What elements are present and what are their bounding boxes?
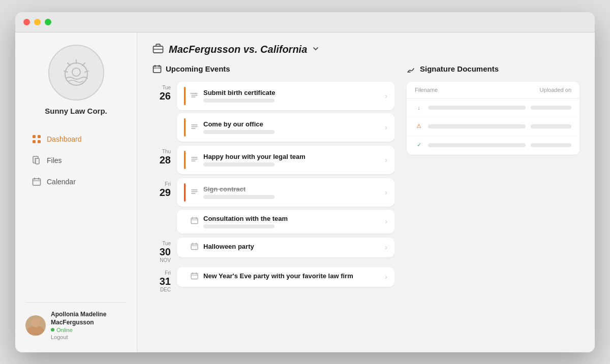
task-icon bbox=[191, 188, 198, 197]
event-subtitle-bar bbox=[203, 98, 274, 103]
svg-rect-13 bbox=[33, 179, 41, 185]
svg-rect-9 bbox=[33, 140, 36, 143]
task-icon bbox=[191, 91, 198, 101]
app-body: Sunny Law Corp. Dashboard bbox=[15, 32, 595, 352]
close-button[interactable] bbox=[23, 19, 30, 25]
sidebar-item-files[interactable]: Files bbox=[25, 151, 127, 170]
event-content: Consultation with the team bbox=[203, 215, 380, 228]
events-title: Upcoming Events bbox=[166, 64, 230, 73]
svg-rect-22 bbox=[154, 66, 161, 73]
doc-row-1[interactable]: ↓ bbox=[407, 98, 580, 117]
docs-table: Filename Uploaded on ↓ ⚠ bbox=[407, 82, 580, 155]
calendar-small-icon bbox=[191, 217, 198, 226]
chevron-right-icon: › bbox=[385, 243, 387, 251]
event-subtitle-bar bbox=[203, 130, 274, 134]
docs-table-header: Filename Uploaded on bbox=[407, 82, 580, 98]
files-icon bbox=[32, 155, 42, 166]
content-grid: Upcoming Events Tue 26 bbox=[137, 64, 595, 352]
docs-section: Signature Documents Filename Uploaded on… bbox=[407, 64, 580, 342]
svg-point-6 bbox=[72, 68, 80, 76]
logout-link[interactable]: Logout bbox=[51, 334, 127, 340]
logo-circle bbox=[48, 45, 104, 101]
events-header: Upcoming Events bbox=[152, 64, 394, 74]
sidebar-item-calendar[interactable]: Calendar bbox=[25, 172, 127, 191]
doc-name-bar bbox=[428, 124, 526, 128]
app-window: Sunny Law Corp. Dashboard bbox=[15, 12, 595, 352]
event-cards-31: New Year's Eve party with your favorite … bbox=[177, 267, 394, 292]
event-group-28: Thu 28 bbox=[152, 146, 394, 174]
sidebar-footer: Apollonia Madeline MacFergusson Online L… bbox=[25, 302, 127, 340]
event-bar bbox=[184, 87, 186, 105]
event-title: Submit birth certificate bbox=[203, 89, 380, 96]
event-date-28: Thu 28 bbox=[152, 146, 171, 174]
briefcase-icon bbox=[152, 43, 164, 56]
event-cards-28: Happy hour with your legal team › bbox=[177, 146, 394, 174]
dashboard-icon bbox=[32, 134, 42, 144]
maximize-button[interactable] bbox=[45, 19, 51, 25]
case-dropdown-icon[interactable] bbox=[312, 45, 319, 54]
chevron-right-icon: › bbox=[385, 156, 387, 164]
user-name: Apollonia Madeline MacFergusson bbox=[51, 311, 127, 326]
event-subtitle-bar bbox=[203, 195, 274, 199]
event-card-sign-contract[interactable]: Sign contract › bbox=[177, 178, 394, 207]
status-dot bbox=[51, 328, 54, 332]
warning-icon: ⚠ bbox=[415, 122, 423, 130]
event-bar bbox=[184, 151, 186, 169]
dashboard-label: Dashboard bbox=[47, 135, 82, 143]
event-card-come-office[interactable]: Come by our office › bbox=[177, 113, 394, 142]
title-bar bbox=[15, 12, 595, 32]
doc-row-2[interactable]: ⚠ bbox=[407, 117, 580, 136]
chevron-right-icon: › bbox=[385, 217, 387, 225]
chevron-right-icon: › bbox=[385, 273, 387, 281]
doc-row-3[interactable]: ✓ bbox=[407, 136, 580, 155]
event-date-29: Fri 29 bbox=[152, 178, 171, 234]
event-bar bbox=[184, 118, 186, 137]
doc-date-bar bbox=[531, 124, 571, 128]
event-title: Sign contract bbox=[203, 185, 380, 193]
svg-point-18 bbox=[31, 318, 40, 327]
event-title: Happy hour with your legal team bbox=[203, 153, 380, 160]
signature-icon bbox=[407, 64, 416, 74]
doc-name-bar bbox=[428, 143, 526, 147]
chevron-right-icon: › bbox=[385, 92, 387, 100]
sidebar-logo: Sunny Law Corp. bbox=[25, 45, 127, 115]
event-card-submit-birth[interactable]: Submit birth certificate › bbox=[177, 82, 394, 110]
event-title: Halloween party bbox=[203, 243, 380, 250]
sidebar-item-dashboard[interactable]: Dashboard bbox=[25, 129, 127, 149]
event-subtitle-bar bbox=[203, 224, 274, 228]
event-subtitle-bar bbox=[203, 162, 274, 167]
event-title: New Year's Eve party with your favorite … bbox=[203, 272, 380, 280]
check-icon: ✓ bbox=[415, 141, 423, 149]
event-group-30: Tue 30 NOV bbox=[152, 238, 394, 263]
minimize-button[interactable] bbox=[34, 19, 41, 25]
event-title: Come by our office bbox=[203, 120, 380, 128]
svg-rect-39 bbox=[191, 218, 198, 224]
user-status: Online bbox=[51, 327, 127, 333]
event-card-consultation[interactable]: Consultation with the team › bbox=[177, 210, 394, 234]
event-card-halloween[interactable]: Halloween party › bbox=[177, 238, 394, 257]
event-card-nye[interactable]: New Year's Eve party with your favorite … bbox=[177, 267, 394, 287]
calendar-small-icon bbox=[191, 243, 198, 252]
main-content: MacFergusson vs. California bbox=[137, 32, 595, 352]
chevron-right-icon: › bbox=[385, 188, 387, 196]
case-title: MacFergusson vs. California bbox=[169, 44, 307, 55]
svg-rect-10 bbox=[38, 140, 41, 143]
task-icon bbox=[191, 123, 198, 132]
svg-line-5 bbox=[64, 71, 68, 72]
files-label: Files bbox=[47, 156, 62, 164]
sidebar: Sunny Law Corp. Dashboard bbox=[15, 32, 137, 352]
event-group-26: Tue 26 bbox=[152, 82, 394, 142]
event-date-31: Fri 31 DEC bbox=[152, 267, 171, 292]
event-cards-30: Halloween party › bbox=[177, 238, 394, 263]
event-card-happy-hour[interactable]: Happy hour with your legal team › bbox=[177, 146, 394, 174]
event-content: Submit birth certificate bbox=[203, 89, 380, 103]
svg-point-0 bbox=[65, 63, 87, 85]
svg-rect-12 bbox=[36, 158, 39, 164]
company-name: Sunny Law Corp. bbox=[45, 107, 107, 115]
svg-line-3 bbox=[85, 71, 88, 72]
svg-rect-43 bbox=[191, 244, 198, 250]
col-uploaded: Uploaded on bbox=[540, 87, 571, 93]
event-date-30: Tue 30 NOV bbox=[152, 238, 171, 263]
chevron-right-icon: › bbox=[385, 123, 387, 131]
event-group-31: Fri 31 DEC bbox=[152, 267, 394, 292]
